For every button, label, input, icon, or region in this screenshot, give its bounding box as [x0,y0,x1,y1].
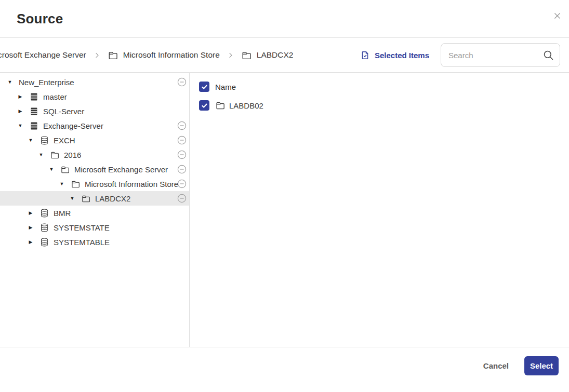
tree-item-label: SYSTEMSTATE [54,223,110,232]
content-panel: Name LABDB02 [190,73,569,347]
tree-item-label: master [43,92,67,101]
folder-icon [241,50,252,61]
search-icon[interactable] [542,49,554,61]
folder-icon [50,150,60,160]
tree-item-bmr[interactable]: ▶BMR [0,206,189,220]
deselect-circle-icon[interactable] [177,121,187,130]
database-icon [39,223,49,233]
tree-item-label: Microsoft Exchange Server [74,165,168,174]
tree-item-label: BMR [54,209,71,218]
caret-down-icon[interactable]: ▼ [69,196,75,201]
close-button[interactable] [552,10,562,21]
item-checkbox[interactable] [199,100,209,111]
caret-down-icon[interactable]: ▼ [17,123,23,128]
database-icon [39,136,49,145]
dialog-header: Source [0,0,569,38]
caret-right-icon[interactable]: ▶ [28,225,34,230]
select-button[interactable]: Select [524,356,559,375]
tree-item-exchange-server[interactable]: ▼Exchange-Server [0,118,189,133]
breadcrumb-item[interactable]: LABDCX2 [241,50,294,61]
caret-down-icon[interactable]: ▼ [48,167,55,172]
dialog-body: ▼New_Enterprise▶master▶SQL-Server▼Exchan… [0,73,569,347]
tree-item-new-enterprise[interactable]: ▼New_Enterprise [0,75,189,89]
search-box [441,43,560,67]
selected-items-button[interactable]: Selected Items [360,50,429,60]
deselect-circle-icon[interactable] [177,165,187,174]
tree-item-label: SQL-Server [43,107,84,116]
deselect-circle-icon[interactable] [177,136,187,145]
breadcrumb-label: crosoft Exchange Server [0,50,86,60]
toolbar: crosoft Exchange Server Microsoft Inform… [0,38,569,73]
tree-item-label: Exchange-Server [43,121,103,130]
close-icon [552,11,562,21]
toolbar-right: Selected Items [360,43,569,67]
caret-right-icon[interactable]: ▶ [28,239,34,245]
tree-item-microsoft-information-store[interactable]: ▼Microsoft Information Store [0,177,189,191]
folder-icon [71,179,81,189]
breadcrumb: crosoft Exchange Server Microsoft Inform… [0,50,293,61]
server-icon [29,106,39,116]
deselect-circle-icon[interactable] [177,77,187,87]
source-tree: ▼New_Enterprise▶master▶SQL-Server▼Exchan… [0,73,190,347]
breadcrumb-label: Microsoft Information Store [123,50,220,60]
caret-down-icon[interactable]: ▼ [28,138,34,143]
folder-icon [108,50,118,61]
folder-icon [60,165,70,174]
folder-icon [81,194,91,204]
tree-item-sql-server[interactable]: ▶SQL-Server [0,104,189,118]
tree-item-systemtable[interactable]: ▶SYSTEMTABLE [0,235,189,249]
deselect-circle-icon[interactable] [177,179,187,188]
list-item[interactable]: LABDB02 [199,98,569,113]
tree-item-label: Microsoft Information Store [85,180,178,188]
caret-down-icon[interactable]: ▼ [59,181,65,186]
caret-down-icon[interactable]: ▼ [38,152,44,157]
tree-item-label: 2016 [64,151,81,159]
tree-item-exch[interactable]: ▼EXCH [0,133,189,147]
folder-icon [215,100,226,111]
tree-item-2016[interactable]: ▼2016 [0,147,189,162]
tree-item-master[interactable]: ▶master [0,89,189,104]
database-icon [39,237,49,247]
dialog-footer: Cancel Select [0,347,569,392]
selected-items-label: Selected Items [375,51,429,60]
breadcrumb-label: LABDCX2 [257,50,294,60]
tree-item-systemstate[interactable]: ▶SYSTEMSTATE [0,220,189,235]
caret-down-icon[interactable]: ▼ [7,79,13,85]
breadcrumb-item[interactable]: Microsoft Information Store [108,50,220,61]
tree-item-label: SYSTEMTABLE [54,238,110,247]
breadcrumb-item[interactable]: crosoft Exchange Server [0,50,86,60]
caret-right-icon[interactable]: ▶ [17,109,23,114]
tree-item-microsoft-exchange-server[interactable]: ▼Microsoft Exchange Server [0,162,189,177]
list-item-label: LABDB02 [229,101,263,110]
chevron-right-icon [93,51,101,59]
deselect-circle-icon[interactable] [177,150,187,159]
content-header-row: Name [199,79,569,94]
select-all-checkbox[interactable] [199,82,209,92]
caret-right-icon[interactable]: ▶ [28,210,34,215]
server-icon [29,121,39,131]
source-dialog: Source crosoft Exchange Server Microsoft… [0,0,569,392]
database-icon [39,208,49,218]
caret-right-icon[interactable]: ▶ [17,94,23,99]
cancel-button[interactable]: Cancel [476,356,516,375]
tree-item-labdcx2[interactable]: ▼LABDCX2 [0,191,189,206]
server-icon [29,92,39,102]
chevron-right-icon [227,51,234,59]
deselect-circle-icon[interactable] [177,194,187,203]
column-header-name: Name [215,83,236,91]
tree-item-label: LABDCX2 [95,194,130,203]
tree-item-label: New_Enterprise [19,78,74,87]
document-check-icon [360,50,370,60]
dialog-title: Source [17,11,63,27]
tree-item-label: EXCH [54,136,75,145]
